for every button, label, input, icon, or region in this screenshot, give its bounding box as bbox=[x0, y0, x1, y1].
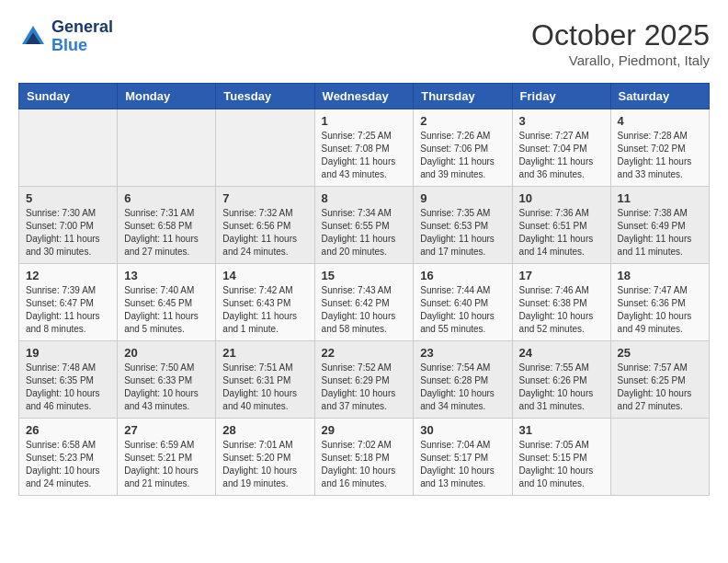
day-number: 29 bbox=[322, 423, 407, 437]
calendar-cell: 17Sunrise: 7:46 AM Sunset: 6:38 PM Dayli… bbox=[512, 264, 610, 341]
location: Varallo, Piedmont, Italy bbox=[531, 52, 710, 68]
day-number: 1 bbox=[322, 114, 407, 128]
day-number: 15 bbox=[322, 269, 407, 282]
day-number: 27 bbox=[124, 423, 209, 437]
day-number: 19 bbox=[26, 346, 110, 360]
day-number: 12 bbox=[26, 269, 110, 282]
day-number: 4 bbox=[618, 114, 702, 128]
calendar-cell: 22Sunrise: 7:52 AM Sunset: 6:29 PM Dayli… bbox=[314, 341, 414, 419]
calendar-cell: 4Sunrise: 7:28 AM Sunset: 7:02 PM Daylig… bbox=[610, 109, 709, 187]
day-number: 2 bbox=[420, 114, 505, 128]
weekday-header-saturday: Saturday bbox=[610, 84, 709, 109]
cell-content: Sunrise: 7:50 AM Sunset: 6:33 PM Dayligh… bbox=[124, 362, 209, 413]
calendar-cell: 2Sunrise: 7:26 AM Sunset: 7:06 PM Daylig… bbox=[414, 109, 512, 187]
day-number: 8 bbox=[322, 191, 407, 205]
calendar-cell: 21Sunrise: 7:51 AM Sunset: 6:31 PM Dayli… bbox=[216, 341, 314, 419]
day-number: 22 bbox=[322, 346, 407, 360]
logo-line1: General bbox=[51, 18, 113, 37]
weekday-header-tuesday: Tuesday bbox=[216, 84, 314, 109]
calendar-cell: 1Sunrise: 7:25 AM Sunset: 7:08 PM Daylig… bbox=[314, 109, 414, 187]
day-number: 23 bbox=[420, 346, 505, 360]
cell-content: Sunrise: 7:55 AM Sunset: 6:26 PM Dayligh… bbox=[519, 362, 604, 413]
week-row-3: 12Sunrise: 7:39 AM Sunset: 6:47 PM Dayli… bbox=[19, 264, 710, 341]
cell-content: Sunrise: 7:26 AM Sunset: 7:06 PM Dayligh… bbox=[420, 130, 505, 181]
calendar-cell: 15Sunrise: 7:43 AM Sunset: 6:42 PM Dayli… bbox=[314, 264, 414, 341]
month-year: October 2025 bbox=[531, 18, 710, 52]
cell-content: Sunrise: 7:25 AM Sunset: 7:08 PM Dayligh… bbox=[322, 130, 407, 181]
cell-content: Sunrise: 6:58 AM Sunset: 5:23 PM Dayligh… bbox=[26, 439, 110, 490]
day-number: 3 bbox=[519, 114, 604, 128]
logo-line2: Blue bbox=[51, 36, 87, 54]
calendar-cell: 28Sunrise: 7:01 AM Sunset: 5:20 PM Dayli… bbox=[216, 419, 314, 496]
calendar-cell: 27Sunrise: 6:59 AM Sunset: 5:21 PM Dayli… bbox=[118, 419, 216, 496]
page-header: General Blue October 2025 Varallo, Piedm… bbox=[18, 18, 710, 68]
calendar-cell: 29Sunrise: 7:02 AM Sunset: 5:18 PM Dayli… bbox=[314, 419, 414, 496]
calendar-cell: 12Sunrise: 7:39 AM Sunset: 6:47 PM Dayli… bbox=[19, 264, 118, 341]
cell-content: Sunrise: 7:34 AM Sunset: 6:55 PM Dayligh… bbox=[322, 207, 407, 259]
day-number: 18 bbox=[618, 269, 702, 282]
weekday-header-sunday: Sunday bbox=[19, 84, 118, 109]
day-number: 10 bbox=[519, 191, 604, 205]
day-number: 6 bbox=[124, 191, 209, 205]
calendar-cell: 10Sunrise: 7:36 AM Sunset: 6:51 PM Dayli… bbox=[512, 187, 610, 264]
day-number: 20 bbox=[124, 346, 209, 360]
calendar-table: SundayMondayTuesdayWednesdayThursdayFrid… bbox=[18, 83, 710, 496]
cell-content: Sunrise: 7:57 AM Sunset: 6:25 PM Dayligh… bbox=[618, 362, 702, 413]
cell-content: Sunrise: 7:39 AM Sunset: 6:47 PM Dayligh… bbox=[26, 284, 110, 336]
calendar-cell: 6Sunrise: 7:31 AM Sunset: 6:58 PM Daylig… bbox=[118, 187, 216, 264]
calendar-cell: 13Sunrise: 7:40 AM Sunset: 6:45 PM Dayli… bbox=[118, 264, 216, 341]
cell-content: Sunrise: 7:43 AM Sunset: 6:42 PM Dayligh… bbox=[322, 284, 407, 336]
cell-content: Sunrise: 7:30 AM Sunset: 7:00 PM Dayligh… bbox=[26, 207, 110, 259]
week-row-1: 1Sunrise: 7:25 AM Sunset: 7:08 PM Daylig… bbox=[19, 109, 710, 187]
cell-content: Sunrise: 7:47 AM Sunset: 6:36 PM Dayligh… bbox=[618, 284, 702, 336]
cell-content: Sunrise: 7:27 AM Sunset: 7:04 PM Dayligh… bbox=[519, 130, 604, 181]
day-number: 28 bbox=[222, 423, 307, 437]
calendar-cell: 26Sunrise: 6:58 AM Sunset: 5:23 PM Dayli… bbox=[19, 419, 118, 496]
day-number: 9 bbox=[420, 191, 505, 205]
cell-content: Sunrise: 7:02 AM Sunset: 5:18 PM Dayligh… bbox=[322, 439, 407, 490]
weekday-header-thursday: Thursday bbox=[414, 84, 512, 109]
weekday-header-wednesday: Wednesday bbox=[314, 84, 414, 109]
cell-content: Sunrise: 7:32 AM Sunset: 6:56 PM Dayligh… bbox=[222, 207, 307, 259]
calendar-cell: 14Sunrise: 7:42 AM Sunset: 6:43 PM Dayli… bbox=[216, 264, 314, 341]
cell-content: Sunrise: 7:44 AM Sunset: 6:40 PM Dayligh… bbox=[420, 284, 505, 336]
cell-content: Sunrise: 7:46 AM Sunset: 6:38 PM Dayligh… bbox=[519, 284, 604, 336]
calendar-cell bbox=[118, 109, 216, 187]
cell-content: Sunrise: 7:05 AM Sunset: 5:15 PM Dayligh… bbox=[519, 439, 604, 490]
calendar-cell bbox=[216, 109, 314, 187]
cell-content: Sunrise: 7:40 AM Sunset: 6:45 PM Dayligh… bbox=[124, 284, 209, 336]
calendar-cell: 11Sunrise: 7:38 AM Sunset: 6:49 PM Dayli… bbox=[610, 187, 709, 264]
cell-content: Sunrise: 7:36 AM Sunset: 6:51 PM Dayligh… bbox=[519, 207, 604, 259]
cell-content: Sunrise: 7:04 AM Sunset: 5:17 PM Dayligh… bbox=[420, 439, 505, 490]
calendar-cell: 24Sunrise: 7:55 AM Sunset: 6:26 PM Dayli… bbox=[512, 341, 610, 419]
day-number: 17 bbox=[519, 269, 604, 282]
cell-content: Sunrise: 7:51 AM Sunset: 6:31 PM Dayligh… bbox=[222, 362, 307, 413]
calendar-cell: 16Sunrise: 7:44 AM Sunset: 6:40 PM Dayli… bbox=[414, 264, 512, 341]
day-number: 13 bbox=[124, 269, 209, 282]
cell-content: Sunrise: 7:38 AM Sunset: 6:49 PM Dayligh… bbox=[618, 207, 702, 259]
calendar-cell: 20Sunrise: 7:50 AM Sunset: 6:33 PM Dayli… bbox=[118, 341, 216, 419]
calendar-cell: 5Sunrise: 7:30 AM Sunset: 7:00 PM Daylig… bbox=[19, 187, 118, 264]
cell-content: Sunrise: 7:48 AM Sunset: 6:35 PM Dayligh… bbox=[26, 362, 110, 413]
day-number: 14 bbox=[222, 269, 307, 282]
calendar-cell: 19Sunrise: 7:48 AM Sunset: 6:35 PM Dayli… bbox=[19, 341, 118, 419]
day-number: 21 bbox=[222, 346, 307, 360]
weekday-header-row: SundayMondayTuesdayWednesdayThursdayFrid… bbox=[19, 84, 710, 109]
logo-icon bbox=[18, 22, 48, 52]
calendar-cell: 9Sunrise: 7:35 AM Sunset: 6:53 PM Daylig… bbox=[414, 187, 512, 264]
weekday-header-friday: Friday bbox=[512, 84, 610, 109]
title-block: October 2025 Varallo, Piedmont, Italy bbox=[531, 18, 710, 68]
cell-content: Sunrise: 7:01 AM Sunset: 5:20 PM Dayligh… bbox=[222, 439, 307, 490]
calendar-cell: 8Sunrise: 7:34 AM Sunset: 6:55 PM Daylig… bbox=[314, 187, 414, 264]
day-number: 30 bbox=[420, 423, 505, 437]
logo: General Blue bbox=[18, 18, 113, 55]
cell-content: Sunrise: 7:35 AM Sunset: 6:53 PM Dayligh… bbox=[420, 207, 505, 259]
cell-content: Sunrise: 6:59 AM Sunset: 5:21 PM Dayligh… bbox=[124, 439, 209, 490]
weekday-header-monday: Monday bbox=[118, 84, 216, 109]
calendar-cell bbox=[19, 109, 118, 187]
cell-content: Sunrise: 7:28 AM Sunset: 7:02 PM Dayligh… bbox=[618, 130, 702, 181]
cell-content: Sunrise: 7:52 AM Sunset: 6:29 PM Dayligh… bbox=[322, 362, 407, 413]
cell-content: Sunrise: 7:42 AM Sunset: 6:43 PM Dayligh… bbox=[222, 284, 307, 336]
calendar-cell: 25Sunrise: 7:57 AM Sunset: 6:25 PM Dayli… bbox=[610, 341, 709, 419]
day-number: 25 bbox=[618, 346, 702, 360]
